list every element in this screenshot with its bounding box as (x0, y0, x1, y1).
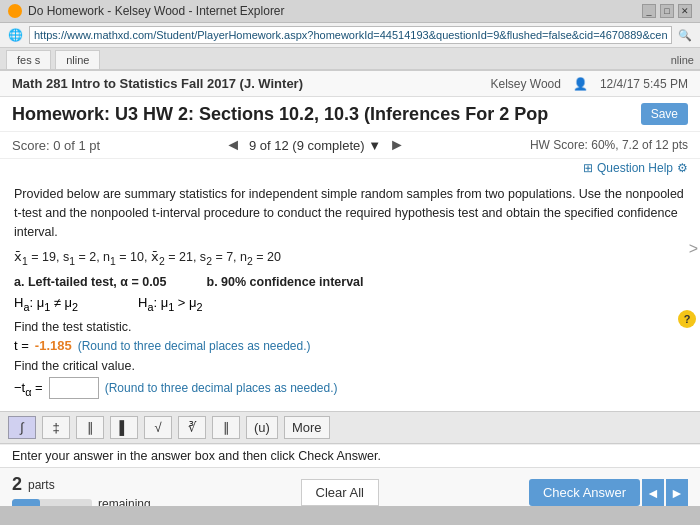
score-text: Score: 0 of 1 pt (12, 138, 100, 153)
toolbar-btn-norm[interactable]: ∥ (76, 416, 104, 439)
part-a-label: a. Left-tailed test, α = 0.05 (14, 275, 167, 289)
toolbar-btn-cbrt[interactable]: ∛ (178, 416, 206, 439)
bottom-next-button[interactable]: ► (666, 479, 688, 506)
main-content: Provided below are summary statistics fo… (0, 177, 700, 411)
problem-description: Provided below are summary statistics fo… (14, 185, 686, 241)
address-bar: 🌐 🔍 (0, 23, 700, 48)
browser-icon (8, 4, 22, 18)
find-statistic-label: Find the test statistic. (14, 320, 686, 334)
scroll-right-indicator: > (689, 240, 698, 258)
t-note: (Round to three decimal places as needed… (78, 339, 311, 353)
user-name: Kelsey Wood (490, 77, 560, 91)
minimize-button[interactable]: _ (642, 4, 656, 18)
answer-prompt: Enter your answer in the answer box and … (0, 444, 700, 467)
toolbar-more-button[interactable]: More (284, 416, 330, 439)
next-question-button[interactable]: ► (389, 136, 405, 154)
prev-question-button[interactable]: ◄ (225, 136, 241, 154)
parts-info: 2 parts remaining (12, 474, 151, 506)
page-header: Homework: U3 HW 2: Sections 10.2, 10.3 (… (0, 97, 700, 132)
bottom-bar: 2 parts remaining Clear All Check Answer… (0, 467, 700, 506)
tab-nline[interactable]: nline (55, 50, 100, 69)
ha-right-label: Ha: μ1 > μ2 (138, 295, 203, 313)
help-button[interactable]: ? (678, 310, 696, 328)
title-bar: Do Homework - Kelsey Wood - Internet Exp… (0, 0, 700, 23)
math-toolbar: ∫ ‡ ∥ ▌ √ ∛ ∥ (u) More (0, 411, 700, 444)
bottom-prev-button[interactable]: ◄ (642, 479, 664, 506)
check-answer-button[interactable]: Check Answer (529, 479, 640, 506)
toolbar-btn-abs[interactable]: ▌ (110, 416, 138, 439)
toolbar-btn-double[interactable]: ‡ (42, 416, 70, 439)
score-bar: Score: 0 of 1 pt ◄ 9 of 12 (9 complete) … (0, 132, 700, 159)
question-help-link[interactable]: Question Help (597, 161, 673, 175)
site-title: Math 281 Intro to Statistics Fall 2017 (… (12, 76, 303, 91)
tab-right-label: nline (671, 54, 694, 66)
progress-bar (12, 499, 92, 506)
hw-score: HW Score: 60%, 7.2 of 12 pts (530, 138, 688, 152)
question-nav: 9 of 12 (9 complete) ▼ (249, 138, 381, 153)
critical-value-row: −tα = (Round to three decimal places as … (14, 377, 686, 399)
gear-icon[interactable]: ⚙ (677, 161, 688, 175)
critical-value-input[interactable] (49, 377, 99, 399)
h0-label: Ha: μ1 ≠ μ2 (14, 295, 78, 313)
toolbar-btn-sqrt[interactable]: √ (144, 416, 172, 439)
tab-fes[interactable]: fes s (6, 50, 51, 69)
parts-label: parts (28, 478, 55, 492)
part-b-label: b. 90% confidence interval (207, 275, 364, 289)
toolbar-btn-paren[interactable]: (u) (246, 416, 278, 439)
t-statistic-row: t = -1.185 (Round to three decimal place… (14, 338, 686, 353)
find-critical-label: Find the critical value. (14, 359, 686, 373)
globe-icon: 🌐 (8, 28, 23, 42)
remaining-label: remaining (98, 497, 151, 506)
address-input[interactable] (29, 26, 672, 44)
user-icon: 👤 (573, 77, 588, 91)
answer-prompt-text: Enter your answer in the answer box and … (12, 449, 381, 463)
datetime: 12/4/17 5:45 PM (600, 77, 688, 91)
math-variables: x̄1 = 19, s1 = 2, n1 = 10, x̄2 = 21, s2 … (14, 249, 686, 267)
toolbar-btn-bar[interactable]: ∥ (212, 416, 240, 439)
content-area: Math 281 Intro to Statistics Fall 2017 (… (0, 71, 700, 506)
tabs-bar: fes s nline nline (0, 48, 700, 71)
save-button[interactable]: Save (641, 103, 688, 125)
browser-title: Do Homework - Kelsey Wood - Internet Exp… (28, 4, 285, 18)
page-title: Homework: U3 HW 2: Sections 10.2, 10.3 (… (12, 104, 548, 125)
t-label: t = (14, 338, 29, 353)
question-help-row: ⊞ Question Help ⚙ (0, 159, 700, 177)
t-value: -1.185 (35, 338, 72, 353)
clear-all-button[interactable]: Clear All (301, 479, 379, 506)
search-icon[interactable]: 🔍 (678, 29, 692, 42)
variable-list: x̄1 = 19, s1 = 2, n1 = 10, x̄2 = 21, s2 … (14, 250, 281, 264)
maximize-button[interactable]: □ (660, 4, 674, 18)
close-button[interactable]: ✕ (678, 4, 692, 18)
hypotheses-row: Ha: μ1 ≠ μ2 Ha: μ1 > μ2 (14, 295, 686, 313)
grid-icon: ⊞ (583, 161, 593, 175)
help-icon: ? (684, 313, 691, 325)
critical-note: (Round to three decimal places as needed… (105, 381, 338, 395)
chevron-down-icon[interactable]: ▼ (368, 138, 381, 153)
check-answer-group: Check Answer ◄ ► (529, 479, 688, 506)
toolbar-btn-integral[interactable]: ∫ (8, 416, 36, 439)
parts-count: 2 (12, 474, 22, 495)
critical-label: −tα = (14, 380, 43, 398)
site-header: Math 281 Intro to Statistics Fall 2017 (… (0, 71, 700, 97)
progress-bar-fill (12, 499, 40, 506)
test-info: a. Left-tailed test, α = 0.05 b. 90% con… (14, 275, 686, 289)
